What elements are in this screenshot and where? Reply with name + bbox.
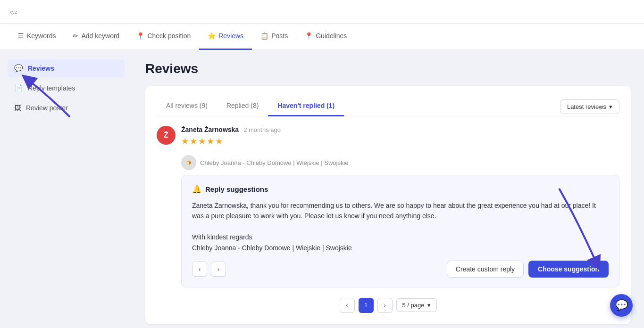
nav-reviews[interactable]: ⭐ Reviews — [199, 24, 252, 50]
page-title: Reviews — [145, 61, 631, 76]
reply-templates-icon: 📄 — [14, 84, 23, 92]
review-time: 2 months ago — [243, 126, 281, 133]
pagination: ‹ 1 › 5 / page ▾ — [157, 298, 619, 313]
prev-page-button[interactable]: ‹ — [340, 298, 355, 313]
star-4: ★ — [207, 136, 214, 147]
main-layout: 💬 Reviews 📄 Reply templates 🖼 Review pos… — [0, 50, 644, 328]
add-keyword-icon: ✏ — [73, 32, 78, 40]
guidelines-icon: 📍 — [305, 32, 313, 40]
star-5: ★ — [215, 136, 223, 147]
nav-reviews-label: Reviews — [218, 32, 243, 40]
suggestion-box: 🔔 Reply suggestions Żaneta Żarnowska, th… — [181, 175, 619, 287]
reply-section: 🍞 Chleby Joanna - Chleby Domowe | Wiejsk… — [181, 155, 619, 287]
review-body: Żaneta Żarnowska 2 months ago ★ ★ ★ ★ ★ — [181, 126, 281, 148]
choose-suggestion-button[interactable]: Choose suggestion — [528, 261, 609, 278]
tabs-row: All reviews (9) Replied (8) Haven't repl… — [157, 97, 619, 116]
sidebar-reply-templates-label: Reply templates — [28, 84, 75, 92]
suggestion-title: 🔔 Reply suggestions — [192, 185, 609, 194]
page-1-button[interactable]: 1 — [359, 298, 374, 313]
sidebar-reviews-label: Reviews — [28, 65, 54, 72]
nav-add-keyword[interactable]: ✏ Add keyword — [64, 24, 128, 50]
topbar: xyz — [0, 0, 644, 24]
nav-add-keyword-label: Add keyword — [81, 32, 119, 40]
chat-bubble-button[interactable]: 💬 — [610, 294, 633, 317]
reply-author-row: 🍞 Chleby Joanna - Chleby Domowe | Wiejsk… — [181, 155, 619, 170]
reviewer-avatar: Ż — [157, 126, 176, 145]
suggestion-title-text: Reply suggestions — [205, 185, 268, 193]
topbar-logo: xyz — [9, 9, 17, 15]
review-header: Żaneta Żarnowska 2 months ago — [181, 126, 281, 133]
create-custom-reply-button[interactable]: Create custom reply — [447, 261, 524, 278]
tab-all-reviews[interactable]: All reviews (9) — [157, 97, 217, 116]
nav-check-position[interactable]: 📍 Check position — [128, 24, 199, 50]
suggestion-nav-arrows: ‹ › — [192, 262, 226, 277]
reviews-card: All reviews (9) Replied (8) Haven't repl… — [145, 86, 631, 324]
prev-suggestion-button[interactable]: ‹ — [192, 262, 207, 277]
star-2: ★ — [190, 136, 197, 147]
reviews-sidebar-icon: 💬 — [14, 64, 23, 73]
keywords-icon: ☰ — [18, 32, 24, 40]
next-suggestion-button[interactable]: › — [211, 262, 226, 277]
perpage-chevron-icon: ▾ — [427, 302, 431, 309]
nav-check-position-label: Check position — [147, 32, 191, 40]
reviewer-name: Żaneta Żarnowska — [181, 126, 239, 133]
nav-posts-label: Posts — [271, 32, 288, 40]
star-1: ★ — [181, 136, 189, 147]
sidebar: 💬 Reviews 📄 Reply templates 🖼 Review pos… — [0, 50, 132, 328]
tabs-left: All reviews (9) Replied (8) Haven't repl… — [157, 97, 344, 116]
nav-keywords[interactable]: ☰ Keywords — [9, 24, 64, 50]
sort-button[interactable]: Latest reviews ▾ — [560, 99, 619, 114]
tab-havent-replied[interactable]: Haven't replied (1) — [268, 97, 344, 116]
tab-replied[interactable]: Replied (8) — [217, 97, 268, 116]
sidebar-item-reply-templates[interactable]: 📄 Reply templates — [8, 79, 125, 97]
nav-guidelines-label: Guidelines — [316, 32, 347, 40]
suggestion-text: Żaneta Żarnowska, thank you for recommen… — [192, 200, 609, 253]
nav-keywords-label: Keywords — [27, 32, 56, 40]
chat-icon: 💬 — [615, 299, 628, 312]
next-page-button[interactable]: › — [377, 298, 393, 313]
action-buttons: Create custom reply Choose suggestion — [447, 261, 609, 278]
sort-label: Latest reviews — [567, 103, 606, 110]
chevron-down-icon: ▾ — [609, 103, 612, 110]
reply-logo: 🍞 — [181, 155, 196, 170]
suggestion-actions: ‹ › Create custom reply Choose suggestio… — [192, 261, 609, 278]
per-page-selector[interactable]: 5 / page ▾ — [396, 298, 437, 312]
sidebar-item-review-poster[interactable]: 🖼 Review poster — [8, 99, 125, 116]
reviews-nav-icon: ⭐ — [208, 32, 216, 40]
star-3: ★ — [198, 136, 206, 147]
star-rating: ★ ★ ★ ★ ★ — [181, 136, 281, 147]
review-poster-icon: 🖼 — [14, 104, 21, 112]
posts-icon: 📋 — [260, 32, 268, 40]
main-content: Reviews All reviews (9) Replied (8) Have… — [132, 50, 644, 328]
review-item: Ż Żaneta Żarnowska 2 months ago ★ ★ ★ ★ … — [157, 126, 619, 148]
main-nav: ☰ Keywords ✏ Add keyword 📍 Check positio… — [0, 24, 644, 50]
reply-author-name: Chleby Joanna - Chleby Domowe | Wiejskie… — [200, 159, 349, 166]
sidebar-item-reviews[interactable]: 💬 Reviews — [8, 59, 125, 77]
bell-icon: 🔔 — [192, 185, 201, 194]
check-position-icon: 📍 — [136, 32, 144, 40]
nav-guidelines[interactable]: 📍 Guidelines — [296, 24, 355, 50]
sidebar-review-poster-label: Review poster — [26, 104, 68, 112]
nav-posts[interactable]: 📋 Posts — [252, 24, 296, 50]
